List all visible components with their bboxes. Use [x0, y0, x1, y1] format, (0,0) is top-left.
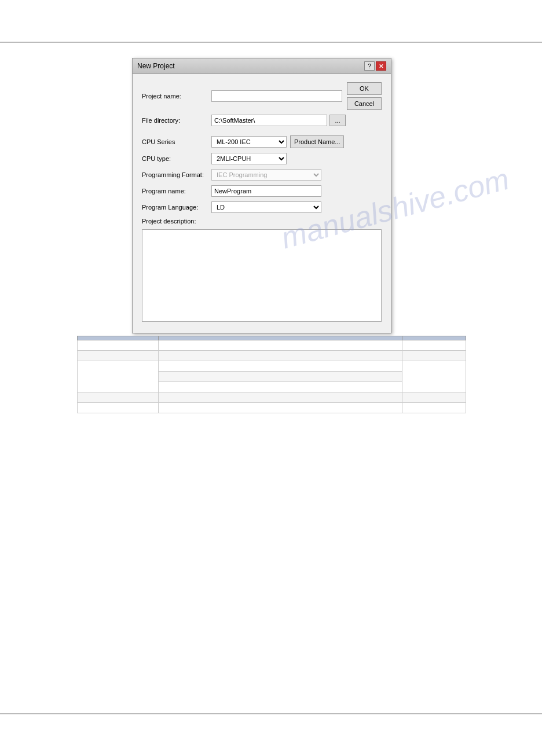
table-cell	[402, 392, 466, 403]
cancel-button[interactable]: Cancel	[347, 97, 382, 110]
program-language-select[interactable]: LD	[211, 201, 321, 213]
table-row	[78, 351, 466, 361]
project-name-label: Project name:	[142, 93, 211, 100]
help-button[interactable]: ?	[364, 61, 375, 71]
table-row	[78, 392, 466, 403]
dialog-body: Project name: OK Cancel File directory: …	[133, 74, 391, 333]
project-description-textarea[interactable]	[142, 229, 382, 322]
table-cell	[402, 340, 466, 351]
cpu-series-row: CPU Series ML-200 IEC Product Name...	[142, 135, 382, 148]
table-cell	[78, 351, 159, 361]
new-project-dialog: New Project ? ✕ Project name: OK Cancel …	[132, 58, 391, 333]
programming-format-select[interactable]: IEC Programming	[211, 169, 321, 181]
table-header-col3	[402, 336, 466, 340]
ok-button[interactable]: OK	[347, 82, 382, 95]
cpu-series-label: CPU Series	[142, 138, 211, 145]
table-cell	[159, 392, 402, 403]
product-name-button[interactable]: Product Name...	[290, 135, 344, 148]
table-cell	[78, 361, 159, 392]
action-buttons: OK Cancel	[347, 82, 382, 110]
program-name-input[interactable]	[211, 185, 321, 197]
table-cell	[159, 382, 402, 392]
table-cell	[159, 372, 402, 382]
bottom-rule	[0, 713, 542, 714]
program-name-label: Program name:	[142, 188, 211, 194]
data-table	[77, 336, 466, 413]
table-cell	[402, 403, 466, 413]
project-name-input[interactable]	[211, 90, 342, 102]
table-cell	[78, 392, 159, 403]
table-header-col2	[159, 336, 402, 340]
table-container	[77, 336, 466, 413]
table-cell	[402, 361, 466, 392]
table-row	[78, 403, 466, 413]
dialog-title: New Project	[137, 62, 175, 70]
program-language-label: Program Language:	[142, 204, 211, 211]
cpu-type-select[interactable]: 2MLI-CPUH	[211, 153, 287, 164]
programming-format-label: Programming Format:	[142, 171, 211, 178]
table-cell	[159, 340, 402, 351]
table-row	[78, 340, 466, 351]
browse-button[interactable]: ...	[329, 115, 346, 126]
file-directory-input[interactable]	[211, 115, 327, 126]
cpu-series-select[interactable]: ML-200 IEC	[211, 136, 287, 148]
project-description-section: Project description:	[142, 218, 382, 324]
table-row	[78, 361, 466, 372]
table-cell	[159, 361, 402, 372]
file-directory-label: File directory:	[142, 117, 211, 124]
program-language-row: Program Language: LD	[142, 201, 382, 213]
table-cell	[159, 403, 402, 413]
cpu-type-label: CPU type:	[142, 155, 211, 162]
programming-format-row: Programming Format: IEC Programming	[142, 169, 382, 181]
close-button[interactable]: ✕	[376, 61, 386, 71]
table-header-col1	[78, 336, 159, 340]
cpu-type-row: CPU type: 2MLI-CPUH	[142, 153, 382, 164]
table-cell	[78, 403, 159, 413]
table-cell	[402, 351, 466, 361]
dialog-controls: ? ✕	[364, 61, 386, 71]
project-description-label: Project description:	[142, 218, 382, 225]
top-rule	[0, 42, 542, 43]
table-cell	[159, 351, 402, 361]
dialog-titlebar: New Project ? ✕	[133, 58, 391, 74]
program-name-row: Program name:	[142, 185, 382, 197]
table-cell	[78, 340, 159, 351]
